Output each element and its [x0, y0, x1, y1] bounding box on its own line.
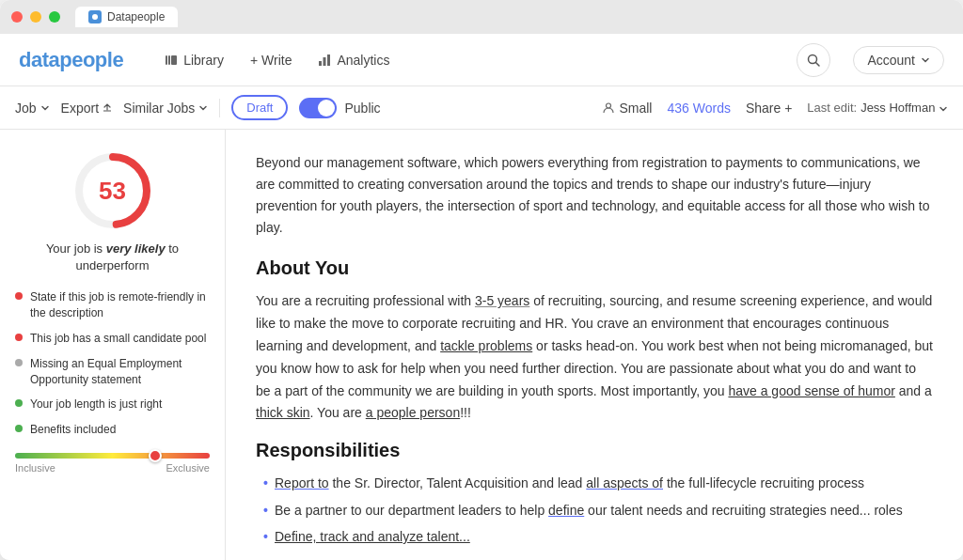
report-to-link: Report to — [275, 475, 329, 490]
analytics-icon — [318, 54, 331, 67]
svg-rect-4 — [324, 57, 326, 66]
nav-write[interactable]: + Write — [239, 47, 303, 73]
svg-rect-1 — [168, 55, 170, 65]
issue-dot-red — [15, 334, 23, 341]
favicon-dot — [92, 14, 98, 20]
similar-chevron-icon — [198, 103, 208, 113]
last-edit-author[interactable]: Jess Hoffman — [860, 101, 948, 115]
job-dropdown[interactable]: Job — [15, 101, 50, 116]
about-heading: About You — [256, 257, 933, 279]
logo[interactable]: datapeople — [19, 48, 123, 72]
svg-rect-2 — [171, 55, 177, 65]
issue-item: State if this job is remote-friendly in … — [15, 289, 210, 321]
slider-thumb[interactable] — [149, 449, 162, 462]
svg-rect-5 — [327, 54, 330, 66]
score-container: 53 Your job is very likely to underperfo… — [15, 148, 210, 274]
define-track-link: Define, track and analyze talent... — [275, 529, 470, 544]
define-link: define — [548, 503, 584, 518]
public-toggle-container: Public — [299, 98, 380, 118]
sidebar: 53 Your job is very likely to underperfo… — [0, 130, 226, 560]
score-ring: 53 — [71, 148, 155, 233]
resp-item: Report to the Sr. Director, Talent Acqui… — [263, 473, 933, 493]
svg-rect-3 — [319, 61, 322, 66]
library-icon — [165, 54, 178, 67]
issue-dot-green — [15, 425, 23, 432]
slider-labels: Inclusive Exclusive — [15, 462, 210, 474]
export-button[interactable]: Export — [61, 101, 112, 116]
title-bar: Datapeople — [0, 0, 963, 34]
size-badge: Small — [602, 101, 652, 116]
people-person-link: a people person — [366, 405, 460, 420]
nav-items: Library + Write Analytics — [153, 47, 401, 73]
tab-favicon — [88, 10, 102, 23]
intro-paragraph: Beyond our management software, which po… — [256, 152, 933, 239]
person-icon — [602, 101, 615, 115]
issue-dot-red — [15, 292, 23, 300]
issue-item: Missing an Equal Employment Opportunity … — [15, 356, 210, 388]
share-button[interactable]: Share + — [746, 101, 792, 116]
search-icon — [806, 53, 821, 68]
resp-item: Be a partner to our department leaders t… — [263, 500, 933, 521]
about-paragraph: You are a recruiting professional with 3… — [256, 290, 933, 425]
app-window: Datapeople datapeople Library + Write An… — [0, 0, 963, 560]
responsibilities-heading: Responsibilities — [256, 440, 933, 461]
issue-item: This job has a small candidate pool — [15, 331, 210, 347]
good-humor-link: have a good sense of humor — [728, 383, 894, 398]
chevron-down-icon — [921, 55, 930, 65]
toolbar-right: Small 436 Words Share + Last edit: Jess … — [602, 101, 948, 116]
resp-item: Define, track and analyze talent... — [263, 526, 933, 547]
browser-tab[interactable]: Datapeople — [75, 7, 178, 27]
bias-slider: Inclusive Exclusive — [15, 453, 210, 474]
responsibilities-list: Report to the Sr. Director, Talent Acqui… — [256, 473, 933, 547]
public-label: Public — [344, 101, 380, 116]
slider-track — [15, 453, 210, 459]
last-edit: Last edit: Jess Hoffman — [807, 101, 948, 115]
issue-dot-gray — [15, 359, 23, 366]
tab-title: Datapeople — [107, 10, 165, 23]
minimize-button[interactable] — [30, 11, 41, 23]
toggle-knob — [318, 100, 335, 117]
score-label: Your job is very likely to underperform — [15, 241, 210, 274]
word-count: 436 Words — [667, 101, 730, 116]
svg-line-7 — [816, 62, 820, 66]
author-chevron-icon — [939, 104, 948, 114]
tackle-problems-link: tackle problems — [440, 338, 532, 353]
toolbar: Job Export Similar Jobs Draft Public Sma… — [0, 86, 963, 130]
export-icon — [103, 103, 112, 113]
score-number: 53 — [99, 177, 126, 206]
public-toggle[interactable] — [299, 98, 337, 118]
draft-button[interactable]: Draft — [231, 95, 288, 120]
issue-item: Your job length is just right — [15, 397, 210, 412]
issues-list: State if this job is remote-friendly in … — [15, 289, 210, 438]
issue-item: Benefits included — [15, 422, 210, 438]
years-experience-link: 3-5 years — [475, 293, 529, 308]
search-button[interactable] — [797, 43, 830, 77]
content-area[interactable]: Beyond our management software, which po… — [226, 130, 963, 560]
nav-analytics[interactable]: Analytics — [307, 47, 401, 73]
similar-jobs-dropdown[interactable]: Similar Jobs — [123, 101, 208, 116]
thick-skin-link: thick skin — [256, 405, 310, 420]
maximize-button[interactable] — [49, 11, 60, 23]
nav-library[interactable]: Library — [153, 47, 235, 73]
all-aspects-link: all aspects of — [586, 475, 663, 490]
job-chevron-icon — [40, 103, 50, 113]
main-layout: 53 Your job is very likely to underperfo… — [0, 130, 963, 560]
issue-dot-green — [15, 399, 23, 407]
svg-rect-0 — [166, 55, 167, 65]
svg-point-8 — [607, 103, 611, 108]
top-nav: datapeople Library + Write Analytics Acc… — [0, 34, 963, 86]
account-button[interactable]: Account — [853, 46, 944, 74]
close-button[interactable] — [11, 11, 23, 23]
toolbar-divider — [219, 99, 220, 117]
